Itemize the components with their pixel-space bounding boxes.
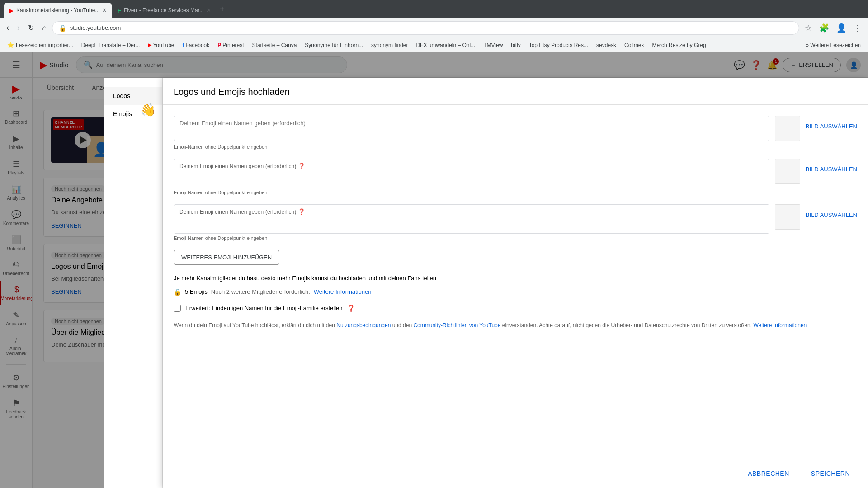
bookmark-import[interactable]: ⭐ Lesezeichen importier... bbox=[4, 40, 77, 50]
bookmark-label-import: Lesezeichen importier... bbox=[16, 42, 73, 48]
tab-close-youtube[interactable]: × bbox=[102, 6, 106, 14]
bookmark-synonym[interactable]: synonym finder bbox=[368, 40, 411, 50]
emoji-name-input-2[interactable] bbox=[174, 215, 769, 233]
required-text-1: (erforderlich) bbox=[265, 163, 296, 169]
add-emoji-button[interactable]: WEITERES EMOJI HINZUFÜGEN bbox=[174, 250, 279, 265]
emoji-input-group-2: Deinem Emoji einen Namen geben (erforder… bbox=[174, 204, 769, 241]
bookmark-youtube[interactable]: ▶ YouTube bbox=[144, 40, 178, 50]
emoji-field-wrapper-1: Deinem Emoji einen Namen geben (erforder… bbox=[174, 159, 769, 188]
lock-icon: 🔒 bbox=[174, 288, 181, 296]
emoji-count-row: 🔒 5 Emojis Noch 2 weitere Mitglieder erf… bbox=[174, 288, 857, 296]
save-button[interactable]: SPEICHERN bbox=[804, 466, 857, 481]
tab-close-fiverr[interactable]: × bbox=[207, 6, 211, 14]
modal-header: Logos und Emojis hochladen bbox=[163, 78, 868, 105]
advanced-checkbox-label: Erweitert: Eindeutigen Namen für die Emo… bbox=[185, 305, 343, 311]
bookmark-label-tmview: TMView bbox=[483, 42, 503, 48]
bookmark-merch[interactable]: Merch Resize by Greg bbox=[648, 40, 709, 50]
emoji-input-group-0: Emoji-Namen ohne Doppelpunkt eingeben bbox=[174, 116, 769, 150]
tab-favicon-fiverr: F bbox=[118, 7, 121, 14]
bookmark-label-collmex: Collmex bbox=[624, 42, 644, 48]
bookmark-canva[interactable]: Startseite – Canva bbox=[249, 40, 301, 50]
emoji-row-1: Deinem Emoji einen Namen geben (erforder… bbox=[174, 159, 857, 195]
menu-icon[interactable]: ⋮ bbox=[851, 20, 864, 36]
bookmark-label-youtube: YouTube bbox=[153, 42, 174, 48]
emoji-row-2: Deinem Emoji einen Namen geben (erforder… bbox=[174, 204, 857, 241]
bookmark-synonyme[interactable]: Synonyme für Einhorn... bbox=[301, 40, 367, 50]
bookmark-label-dfx: DFX umwandeln – Onl... bbox=[416, 42, 475, 48]
emoji-count-more: Noch 2 weitere Mitglieder erforderlich. bbox=[211, 288, 310, 295]
modal-footer: ABBRECHEN SPEICHERN bbox=[163, 459, 868, 488]
help-icon-2[interactable]: ❓ bbox=[298, 208, 305, 215]
bookmark-dfx[interactable]: DFX umwandeln – Onl... bbox=[412, 40, 479, 50]
bookmark-collmex[interactable]: Collmex bbox=[621, 40, 647, 50]
tab-fiverr[interactable]: F Fiverr - Freelance Services Mar... × bbox=[112, 3, 217, 18]
reload-button[interactable]: ↻ bbox=[25, 21, 37, 35]
browser-chrome: ▶ Kanalmonetarisierung - YouTube... × F … bbox=[0, 0, 868, 18]
extensions-icon[interactable]: 🧩 bbox=[816, 20, 832, 36]
modal-nav-emojis[interactable]: Emojis bbox=[104, 105, 162, 123]
emoji-image-placeholder-0 bbox=[775, 116, 800, 141]
bookmarks-bar: ⭐ Lesezeichen importier... DeepL Transla… bbox=[0, 38, 868, 52]
bookmark-deepl[interactable]: DeepL Translate – Der... bbox=[78, 40, 144, 50]
terms-section: Wenn du dein Emoji auf YouTube hochlädst… bbox=[174, 321, 857, 331]
bookmark-label-etsy: Top Etsy Products Res... bbox=[529, 42, 588, 48]
browser-toolbar: ‹ › ↻ ⌂ 🔒 studio.youtube.com ☆ 🧩 👤 ⋮ bbox=[0, 18, 868, 38]
bookmark-label-sevdesk: sevdesk bbox=[596, 42, 616, 48]
help-icon-1[interactable]: ❓ bbox=[298, 163, 305, 169]
emoji-field-label-2: Deinem Emoji einen Namen geben (erforder… bbox=[174, 205, 769, 215]
emoji-field-wrapper-2: Deinem Emoji einen Namen geben (erforder… bbox=[174, 204, 769, 234]
bookmark-sevdesk[interactable]: sevdesk bbox=[593, 40, 620, 50]
terms-text-3: einverstanden. Achte darauf, nicht gegen… bbox=[502, 322, 754, 328]
new-tab-button[interactable]: + bbox=[216, 3, 228, 16]
profile-icon[interactable]: 👤 bbox=[834, 20, 849, 36]
back-button[interactable]: ‹ bbox=[4, 20, 12, 35]
star-icon[interactable]: ☆ bbox=[802, 20, 815, 36]
bookmark-pinterest[interactable]: P Pinterest bbox=[214, 40, 247, 50]
address-text: studio.youtube.com bbox=[70, 24, 793, 31]
bookmark-facebook[interactable]: f Facebook bbox=[179, 40, 213, 50]
required-text-2: (erforderlich) bbox=[265, 209, 296, 215]
terms-link-nutzung[interactable]: Nutzungsbedingungen bbox=[336, 322, 391, 328]
bild-button-2[interactable]: BILD AUSWÄHLEN bbox=[806, 204, 857, 218]
bookmark-label-synonym: synonym finder bbox=[371, 42, 408, 48]
terms-link-community[interactable]: Community-Richtlinien von YouTube bbox=[413, 322, 500, 328]
emojis-nav-label: Emojis bbox=[113, 110, 132, 117]
bookmark-favicon-facebook: f bbox=[183, 42, 184, 48]
emoji-image-placeholder-1 bbox=[775, 159, 800, 184]
bookmark-bitly[interactable]: bitly bbox=[507, 40, 524, 50]
security-icon: 🔒 bbox=[59, 24, 66, 32]
tab-youtube[interactable]: ▶ Kanalmonetarisierung - YouTube... × bbox=[4, 3, 112, 18]
modal-left-nav: Logos Emojis 👋 bbox=[104, 78, 163, 488]
tab-favicon-youtube: ▶ bbox=[9, 7, 14, 14]
tab-title-fiverr: Fiverr - Freelance Services Mar... bbox=[124, 7, 204, 14]
app-container: ☰ ▶ Studio ⊞ Dashboard ▶ Inhalte ☰ Playl… bbox=[0, 52, 868, 488]
bookmark-favicon-pinterest: P bbox=[217, 42, 221, 48]
emoji-helper-2: Emoji-Namen ohne Doppelpunkt eingeben bbox=[174, 235, 769, 241]
emoji-image-placeholder-2 bbox=[775, 204, 800, 230]
bookmark-label-facebook: Facebook bbox=[186, 42, 210, 48]
bild-button-0[interactable]: BILD AUSWÄHLEN bbox=[806, 116, 857, 130]
emoji-more-info-link[interactable]: Weitere Informationen bbox=[314, 288, 372, 295]
forward-button[interactable]: › bbox=[14, 20, 23, 35]
advanced-help-icon[interactable]: ❓ bbox=[347, 305, 355, 312]
advanced-checkbox[interactable] bbox=[174, 305, 181, 312]
bild-button-1[interactable]: BILD AUSWÄHLEN bbox=[806, 159, 857, 173]
emoji-count-number: 5 Emojis bbox=[185, 288, 208, 295]
bookmark-label-synonyme: Synonyme für Einhorn... bbox=[305, 42, 363, 48]
bookmark-more[interactable]: » Weitere Lesezeichen bbox=[802, 40, 864, 50]
home-button[interactable]: ⌂ bbox=[39, 21, 49, 35]
bookmark-label-canva: Startseite – Canva bbox=[252, 42, 297, 48]
emoji-name-input-1[interactable] bbox=[174, 169, 769, 188]
bookmark-label-more: » Weitere Lesezeichen bbox=[806, 42, 861, 48]
bookmark-tmview[interactable]: TMView bbox=[480, 40, 506, 50]
bookmark-etsy[interactable]: Top Etsy Products Res... bbox=[525, 40, 592, 50]
emoji-name-input-0[interactable] bbox=[174, 116, 769, 141]
modal-nav-logos[interactable]: Logos bbox=[104, 87, 162, 105]
add-emoji-button-wrapper: WEITERES EMOJI HINZUFÜGEN bbox=[174, 250, 857, 265]
emoji-row-0: Emoji-Namen ohne Doppelpunkt eingeben BI… bbox=[174, 116, 857, 150]
emoji-helper-0: Emoji-Namen ohne Doppelpunkt eingeben bbox=[174, 144, 769, 150]
address-bar[interactable]: 🔒 studio.youtube.com bbox=[52, 21, 799, 35]
cancel-button[interactable]: ABBRECHEN bbox=[741, 466, 797, 481]
terms-link-weitere[interactable]: Weitere Informationen bbox=[753, 322, 807, 328]
modal-body: Emoji-Namen ohne Doppelpunkt eingeben BI… bbox=[163, 105, 868, 459]
